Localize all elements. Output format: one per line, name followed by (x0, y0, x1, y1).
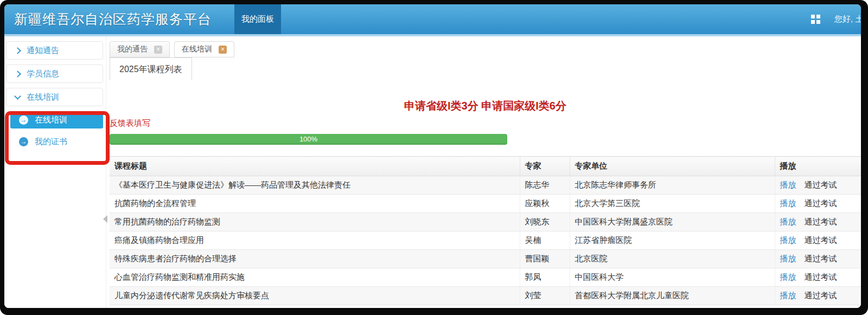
chevron-right-icon (14, 70, 21, 78)
pass-exam-link[interactable]: 通过考试 (805, 217, 837, 226)
course-title: 儿童内分泌遗传代谢常见疾病处方审核要点 (110, 287, 520, 305)
table-row: 特殊疾病患者治疗药物的合理选择 曹国颖 北京医院 播放通过考试 (110, 250, 861, 268)
sidebar-item-my-certificates[interactable]: → 我的证书 (10, 133, 103, 150)
table-row: 儿童内分泌遗传代谢常见疾病处方审核要点 刘莹 首都医科大学附属北京儿童医院 播放… (110, 287, 861, 305)
close-icon[interactable]: × (154, 46, 162, 54)
play-link[interactable]: 播放 (780, 272, 796, 281)
pass-exam-link[interactable]: 通过考试 (805, 291, 837, 300)
pass-exam-link[interactable]: 通过考试 (805, 198, 837, 208)
tab-label: 在线培训 (182, 44, 212, 54)
progress-bar: 100% (110, 134, 507, 145)
expert-name: 陈志华 (520, 176, 570, 195)
table-row: 癌痛及镇痛药物合理应用 吴楠 江苏省肿瘤医院 播放通过考试 (110, 232, 861, 250)
table-row: 《基本医疗卫生与健康促进法》解读——药品管理及其他法律责任 陈志华 北京陈志华律… (110, 176, 861, 195)
expert-org: 北京陈志华律师事务所 (570, 176, 775, 195)
expert-org: 中国医科大学附属盛京医院 (570, 213, 775, 232)
expert-name: 应颖秋 (520, 195, 570, 213)
table-row: 常用抗菌药物的治疗药物监测 刘晓东 中国医科大学附属盛京医院 播放通过考试 (110, 213, 861, 232)
page-title: 新疆维吾尔自治区药学服务平台 (14, 4, 212, 34)
expert-name: 刘晓东 (520, 213, 570, 232)
user-greeting[interactable]: 您好, 土 (834, 14, 861, 24)
tab-2025-course-list[interactable]: 2025年课程列表 (110, 57, 192, 80)
chevron-right-icon (14, 47, 21, 54)
header-tab-my-panel[interactable]: 我的面板 (234, 4, 281, 34)
tab-label: 我的通告 (117, 44, 148, 54)
expert-name: 郭凤 (520, 268, 570, 287)
apps-grid-icon[interactable] (811, 15, 820, 24)
course-table: 课程标题 专家 专家单位 播放 《基本医疗卫生与健康促进法》解读——药品管理及其… (110, 156, 861, 305)
expert-org: 江苏省肿瘤医院 (570, 232, 775, 250)
course-title: 心血管治疗药物监测和精准用药实施 (110, 268, 520, 287)
table-header-row: 课程标题 专家 专家单位 播放 (110, 157, 861, 176)
expert-org: 中国医科大学 (570, 268, 775, 287)
credit-notice: 申请省级I类3分 申请国家级I类6分 (110, 99, 861, 113)
table-row: 心血管治疗药物监测和精准用药实施 郭凤 中国医科大学 播放通过考试 (110, 268, 861, 287)
feedback-form-link[interactable]: 反馈表填写 (110, 118, 150, 128)
sidebar-item-student-info[interactable]: 学员信息 (6, 65, 103, 83)
course-title: 常用抗菌药物的治疗药物监测 (110, 213, 520, 232)
course-title: 癌痛及镇痛药物合理应用 (110, 232, 520, 250)
sidebar-item-label: 通知通告 (27, 46, 59, 56)
expert-org: 北京医院 (570, 250, 775, 268)
tab-my-notices[interactable]: 我的通告 × (110, 41, 170, 57)
sidebar-item-label: 在线培训 (35, 115, 67, 125)
main-panel: 我的通告 × 在线培训 × 2025年课程列表 申请省级I类3分 申请国家级I类… (106, 36, 861, 308)
header-right: 您好, 土 (811, 4, 861, 34)
close-icon[interactable]: × (219, 46, 227, 54)
col-header-course-title[interactable]: 课程标题 (110, 157, 520, 176)
sidebar-item-label: 在线培训 (27, 92, 59, 102)
app-header: 新疆维吾尔自治区药学服务平台 我的面板 您好, 土 (4, 4, 861, 34)
app-window: 新疆维吾尔自治区药学服务平台 我的面板 您好, 土 通知通告 学员信息 (4, 4, 861, 308)
expert-org: 北京大学第三医院 (570, 195, 775, 213)
play-link[interactable]: 播放 (780, 254, 796, 263)
sidebar: 通知通告 学员信息 在线培训 → 在线培训 → 我的证书 (4, 36, 106, 308)
sidebar-item-label: 我的证书 (35, 137, 67, 147)
col-header-play[interactable]: 播放 (775, 157, 861, 176)
expert-org: 首都医科大学附属北京儿童医院 (570, 287, 775, 305)
arrow-circle-icon: → (19, 115, 28, 125)
tab-online-training[interactable]: 在线培训 × (174, 41, 234, 57)
col-header-expert[interactable]: 专家 (520, 157, 570, 176)
sidebar-item-online-training[interactable]: → 在线培训 (10, 111, 103, 128)
tab-bar: 我的通告 × 在线培训 × (110, 41, 861, 57)
expert-name: 刘莹 (520, 287, 570, 305)
course-title: 《基本医疗卫生与健康促进法》解读——药品管理及其他法律责任 (110, 176, 520, 195)
body: 通知通告 学员信息 在线培训 → 在线培训 → 我的证书 (4, 36, 861, 308)
play-link[interactable]: 播放 (780, 235, 796, 245)
col-header-expert-org[interactable]: 专家单位 (570, 157, 775, 176)
pass-exam-link[interactable]: 通过考试 (805, 235, 837, 245)
expert-name: 吴楠 (520, 232, 570, 250)
sidebar-item-label: 学员信息 (27, 69, 59, 79)
play-link[interactable]: 播放 (780, 180, 796, 189)
course-title: 抗菌药物的全流程管理 (110, 195, 520, 213)
pass-exam-link[interactable]: 通过考试 (805, 272, 837, 281)
chevron-down-icon (14, 93, 21, 100)
arrow-circle-icon: → (19, 137, 28, 146)
pass-exam-link[interactable]: 通过考试 (805, 180, 837, 189)
expert-name: 曹国颖 (520, 250, 570, 268)
course-title: 特殊疾病患者治疗药物的合理选择 (110, 250, 520, 268)
table-row: 抗菌药物的全流程管理 应颖秋 北京大学第三医院 播放通过考试 (110, 195, 861, 213)
pass-exam-link[interactable]: 通过考试 (805, 254, 837, 263)
play-link[interactable]: 播放 (780, 217, 796, 226)
play-link[interactable]: 播放 (780, 198, 796, 208)
play-link[interactable]: 播放 (780, 291, 796, 300)
sidebar-item-online-training-group[interactable]: 在线培训 (6, 88, 103, 106)
sidebar-item-notices[interactable]: 通知通告 (6, 41, 103, 60)
screenshot-frame: 新疆维吾尔自治区药学服务平台 我的面板 您好, 土 通知通告 学员信息 (0, 0, 868, 315)
